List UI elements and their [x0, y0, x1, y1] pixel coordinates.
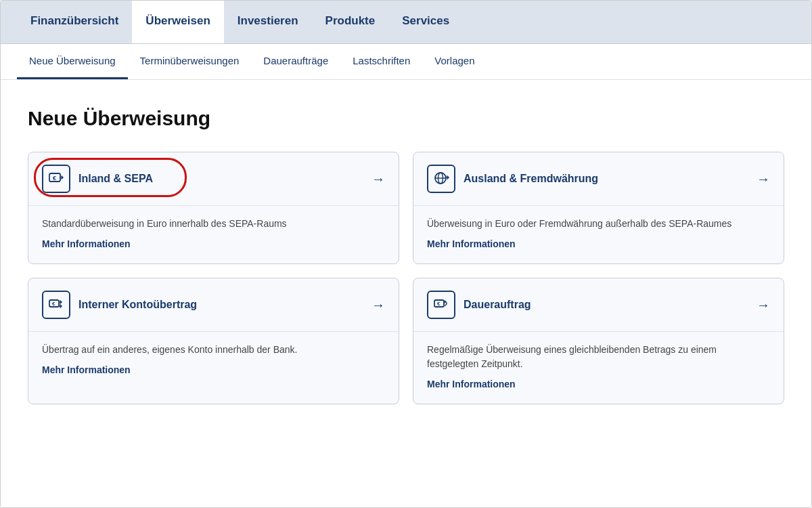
card-desc-ausland-fremdwaehrung: Überweisung in Euro oder Fremdwährung au…: [427, 217, 770, 231]
card-arrow-ausland-fremdwaehrung: →: [757, 171, 770, 187]
top-nav-item-produkte[interactable]: Produkte: [312, 1, 389, 43]
page-title: Neue Überweisung: [28, 107, 784, 130]
cards-grid: € Inland & SEPA → Standardüberweisung in…: [28, 152, 784, 404]
card-header-left-ausland-fremdwaehrung: Ausland & Fremdwährung: [427, 165, 598, 193]
card-header-ausland-fremdwaehrung: Ausland & Fremdwährung →: [413, 152, 784, 206]
card-interner-kontouebertrag[interactable]: € Interner Kontoübertrag → Übertrag auf …: [28, 278, 399, 404]
card-link-ausland-fremdwaehrung[interactable]: Mehr Informationen: [427, 238, 516, 249]
card-icon-interner-kontouebertrag: €: [42, 291, 70, 319]
svg-text:€: €: [53, 175, 56, 182]
sub-nav-item-terminueberweisungen[interactable]: Terminüberweisungen: [128, 44, 252, 79]
sub-nav-item-vorlagen[interactable]: Vorlagen: [422, 44, 487, 79]
browser-frame: FinanzübersichtÜberweisenInvestierenProd…: [0, 0, 812, 508]
card-body-interner-kontouebertrag: Übertrag auf ein anderes, eigenes Konto …: [28, 332, 399, 389]
card-body-inland-sepa: Standardüberweisung in Euro innerhalb de…: [28, 206, 399, 263]
card-icon-ausland-fremdwaehrung: [427, 165, 455, 193]
card-dauerauftrag[interactable]: € Dauerauftrag → Regelmäßige Überweisung…: [413, 278, 784, 404]
card-inland-sepa[interactable]: € Inland & SEPA → Standardüberweisung in…: [28, 152, 399, 264]
card-header-left-interner-kontouebertrag: € Interner Kontoübertrag: [42, 291, 197, 319]
card-body-ausland-fremdwaehrung: Überweisung in Euro oder Fremdwährung au…: [413, 206, 784, 263]
card-header-dauerauftrag: € Dauerauftrag →: [413, 278, 784, 332]
top-nav-item-services[interactable]: Services: [388, 1, 463, 43]
card-header-interner-kontouebertrag: € Interner Kontoübertrag →: [28, 278, 399, 332]
card-desc-interner-kontouebertrag: Übertrag auf ein anderes, eigenes Konto …: [42, 343, 385, 357]
card-desc-dauerauftrag: Regelmäßige Überweisung eines gleichblei…: [427, 343, 770, 371]
card-link-interner-kontouebertrag[interactable]: Mehr Informationen: [42, 364, 131, 375]
card-arrow-inland-sepa: →: [371, 171, 385, 187]
sub-nav-item-neue-ueberweisung[interactable]: Neue Überweisung: [17, 44, 128, 79]
top-nav: FinanzübersichtÜberweisenInvestierenProd…: [1, 1, 811, 44]
card-link-dauerauftrag[interactable]: Mehr Informationen: [427, 379, 516, 389]
card-header-left-dauerauftrag: € Dauerauftrag: [427, 291, 531, 319]
card-title-interner-kontouebertrag: Interner Kontoübertrag: [78, 299, 197, 311]
card-desc-inland-sepa: Standardüberweisung in Euro innerhalb de…: [42, 217, 385, 231]
card-title-ausland-fremdwaehrung: Ausland & Fremdwährung: [464, 173, 598, 185]
main-content: Neue Überweisung € Inland & SEPA → Stand…: [1, 80, 811, 507]
card-ausland-fremdwaehrung[interactable]: Ausland & Fremdwährung → Überweisung in …: [413, 152, 784, 264]
card-icon-inland-sepa: €: [42, 165, 70, 193]
svg-text:€: €: [52, 301, 55, 307]
card-link-inland-sepa[interactable]: Mehr Informationen: [42, 238, 131, 249]
svg-text:€: €: [437, 301, 441, 307]
card-arrow-dauerauftrag: →: [757, 297, 770, 313]
card-title-dauerauftrag: Dauerauftrag: [464, 299, 531, 311]
card-title-inland-sepa: Inland & SEPA: [78, 173, 153, 185]
card-header-inland-sepa: € Inland & SEPA →: [28, 152, 399, 206]
sub-nav: Neue ÜberweisungTerminüberweisungenDauer…: [1, 44, 811, 80]
card-arrow-interner-kontouebertrag: →: [371, 297, 385, 313]
sub-nav-item-lastschriften[interactable]: Lastschriften: [340, 44, 422, 79]
top-nav-item-finanzuebersicht[interactable]: Finanzübersicht: [17, 1, 132, 43]
top-nav-item-ueberweisen[interactable]: Überweisen: [132, 1, 223, 43]
card-body-dauerauftrag: Regelmäßige Überweisung eines gleichblei…: [413, 332, 784, 404]
sub-nav-item-dauerauftraege[interactable]: Daueraufträge: [251, 44, 340, 79]
top-nav-item-investieren[interactable]: Investieren: [224, 1, 312, 43]
card-header-left-inland-sepa: € Inland & SEPA: [42, 165, 153, 193]
card-icon-dauerauftrag: €: [427, 291, 455, 319]
